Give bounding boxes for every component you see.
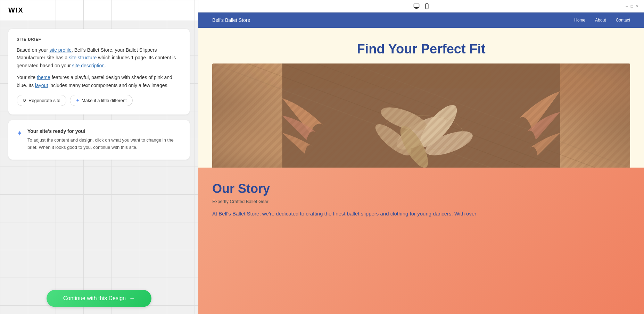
svg-point-12 bbox=[378, 103, 430, 136]
theme-link[interactable]: theme bbox=[37, 75, 50, 80]
bottom-bar: Continue with this Design bbox=[0, 283, 198, 314]
ballet-image bbox=[212, 63, 630, 168]
brief-actions: Regenerate site Make it a little differe… bbox=[17, 95, 181, 106]
ready-card-content: Your site's ready for you! To adjust the… bbox=[27, 128, 181, 151]
wix-logo: WIX bbox=[0, 0, 198, 20]
site-brand: Bell's Ballet Store bbox=[212, 17, 250, 23]
site-structure-link[interactable]: site structure bbox=[69, 55, 97, 60]
svg-line-8 bbox=[352, 63, 630, 168]
desktop-icon[interactable] bbox=[413, 3, 420, 9]
minimize-button[interactable]: − bbox=[626, 4, 628, 9]
svg-point-14 bbox=[371, 119, 416, 160]
ready-body: To adjust the content and design, click … bbox=[27, 137, 181, 151]
site-brief-card: SITE BRIEF Based on your site profile, B… bbox=[8, 29, 190, 114]
site-brief-paragraph1: Based on your site profile, Bell's Balle… bbox=[17, 46, 181, 69]
svg-line-6 bbox=[282, 63, 560, 168]
regenerate-site-button[interactable]: Regenerate site bbox=[17, 95, 66, 106]
mobile-icon[interactable] bbox=[424, 3, 430, 9]
svg-line-7 bbox=[317, 63, 595, 168]
nav-about[interactable]: About bbox=[595, 18, 606, 23]
svg-rect-0 bbox=[414, 4, 419, 8]
site-brief-title: SITE BRIEF bbox=[17, 37, 181, 41]
brief-text-pre1: Based on your bbox=[17, 47, 49, 53]
brief-text-pre2: Your site bbox=[17, 75, 37, 80]
site-hero: Find Your Perfect Fit bbox=[198, 28, 644, 168]
svg-point-15 bbox=[422, 126, 476, 160]
layout-link[interactable]: layout bbox=[35, 83, 48, 88]
site-nav-links: Home About Contact bbox=[574, 18, 630, 23]
brief-text-end1: . bbox=[105, 63, 106, 68]
sparkle-icon: ✦ bbox=[17, 129, 23, 151]
svg-point-13 bbox=[414, 100, 463, 152]
svg-rect-5 bbox=[282, 63, 560, 168]
brief-text-post2: includes many text components and only a… bbox=[48, 83, 168, 88]
ready-title: Your site's ready for you! bbox=[27, 128, 181, 134]
ready-card: ✦ Your site's ready for you! To adjust t… bbox=[8, 120, 190, 160]
continue-button[interactable]: Continue with this Design bbox=[47, 290, 152, 307]
svg-point-16 bbox=[395, 122, 434, 168]
story-title: Our Story bbox=[212, 181, 630, 196]
restore-button[interactable]: □ bbox=[631, 4, 633, 9]
regenerate-label: Regenerate site bbox=[28, 98, 60, 103]
svg-line-9 bbox=[248, 63, 526, 168]
preview-controls bbox=[413, 3, 430, 9]
site-story: Our Story Expertly Crafted Ballet Gear A… bbox=[198, 168, 644, 314]
preview-site: Bell's Ballet Store Home About Contact F… bbox=[198, 12, 644, 314]
site-brief-paragraph2: Your site theme features a playful, past… bbox=[17, 74, 181, 89]
ballet-svg bbox=[212, 63, 630, 168]
continue-label: Continue with this Design bbox=[63, 295, 126, 302]
site-description-link[interactable]: site description bbox=[72, 63, 105, 68]
site-nav: Bell's Ballet Store Home About Contact bbox=[198, 12, 644, 28]
site-profile-link[interactable]: site profile bbox=[49, 47, 72, 53]
svg-point-17 bbox=[380, 116, 463, 150]
svg-rect-3 bbox=[426, 3, 428, 9]
story-body: At Bell's Ballet Store, we're dedicated … bbox=[212, 210, 630, 218]
story-subtitle: Expertly Crafted Ballet Gear bbox=[212, 199, 630, 204]
nav-contact[interactable]: Contact bbox=[616, 18, 630, 23]
regenerate-icon bbox=[23, 98, 26, 103]
arrow-right-icon bbox=[129, 295, 135, 302]
preview-toolbar: − □ × bbox=[198, 0, 644, 12]
hero-title: Find Your Perfect Fit bbox=[357, 42, 485, 57]
svg-line-10 bbox=[213, 63, 491, 168]
nav-home[interactable]: Home bbox=[574, 18, 585, 23]
hero-image bbox=[212, 63, 630, 168]
make-different-label: Make it a little different bbox=[82, 98, 127, 103]
close-button[interactable]: × bbox=[636, 4, 638, 9]
make-different-button[interactable]: Make it a little different bbox=[70, 95, 133, 106]
window-buttons: − □ × bbox=[626, 4, 638, 9]
right-panel: − □ × Bell's Ballet Store Home About Con… bbox=[198, 0, 644, 314]
svg-point-11 bbox=[392, 110, 451, 156]
left-panel: WIX SITE BRIEF Based on your site profil… bbox=[0, 0, 198, 314]
magic-icon bbox=[76, 98, 80, 103]
